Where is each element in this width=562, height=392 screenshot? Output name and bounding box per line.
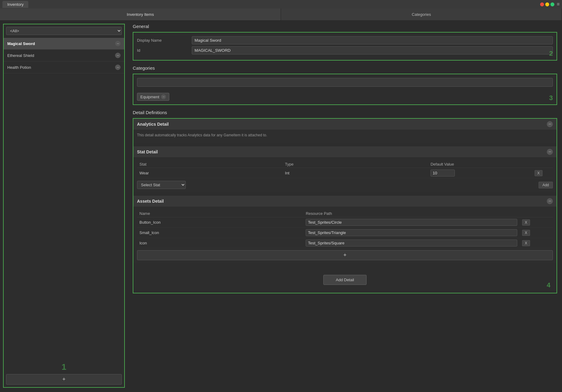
category-search-input[interactable] xyxy=(137,78,553,87)
asset-row: Button_Icon X xyxy=(137,217,553,228)
stat-detail-section: Stat Detail − Stat Type Default Value xyxy=(133,146,557,192)
categories-section: 🔍 Equipment − 3 xyxy=(133,74,557,105)
categories-section-title: Categories xyxy=(133,65,557,71)
stat-row: Wear Int X xyxy=(137,168,553,178)
asset-name-cell: Icon xyxy=(137,238,303,248)
stat-default-input[interactable] xyxy=(430,170,455,177)
add-stat-button[interactable]: Add xyxy=(539,182,553,188)
asset-path-cell xyxy=(303,238,519,248)
asset-path-input[interactable] xyxy=(306,240,517,247)
stat-detail-body: Stat Type Default Value Wear Int xyxy=(133,158,557,192)
id-row: Id xyxy=(137,46,553,54)
add-item-button[interactable]: + xyxy=(6,374,122,385)
stat-name-cell: Wear xyxy=(137,168,283,178)
display-name-label: Display Name xyxy=(137,38,192,43)
asset-remove-button[interactable]: X xyxy=(522,240,530,246)
stat-type-cell: Int xyxy=(283,168,428,178)
analytics-detail-body: This detail automatically tracks Analyti… xyxy=(133,130,557,143)
stat-remove-button[interactable]: X xyxy=(535,170,543,176)
detail-definitions-section: Analytics Detail − This detail automatic… xyxy=(133,118,557,293)
window-menu-icon[interactable]: ≡ xyxy=(557,2,560,7)
minimize-button[interactable] xyxy=(545,2,549,6)
action-col-header xyxy=(532,161,553,168)
display-name-input[interactable] xyxy=(192,36,553,44)
stat-collapse-button[interactable]: − xyxy=(547,149,553,155)
add-detail-container: Add Detail 4 xyxy=(133,267,557,293)
analytics-collapse-button[interactable]: − xyxy=(547,121,553,127)
display-name-row: Display Name xyxy=(137,36,553,44)
add-asset-row-button[interactable]: + xyxy=(137,250,553,260)
detail-definitions-title: Detail Definitions xyxy=(133,110,557,115)
list-item[interactable]: Health Potion − xyxy=(4,61,124,73)
asset-remove-button[interactable]: X xyxy=(522,230,530,236)
window-title[interactable]: Inventory xyxy=(2,1,28,8)
default-col-header: Default Value xyxy=(428,161,532,168)
assets-path-header: Resource Path xyxy=(303,210,519,217)
id-input[interactable] xyxy=(192,46,553,54)
remove-item-button[interactable]: − xyxy=(115,65,121,70)
panel-number: 1 xyxy=(61,362,66,372)
assets-collapse-button[interactable]: − xyxy=(547,198,553,204)
analytics-detail-title: Analytics Detail xyxy=(137,122,169,127)
asset-name-cell: Small_Icon xyxy=(137,228,303,238)
tags-container: Equipment − xyxy=(137,93,553,101)
analytics-detail-header: Analytics Detail − xyxy=(133,119,557,130)
assets-action-header xyxy=(520,210,553,217)
asset-path-cell xyxy=(303,217,519,228)
tag-item: Equipment − xyxy=(137,93,169,101)
tab-inventory-items[interactable]: Inventory Items xyxy=(0,9,281,20)
general-section: Display Name Id 2 xyxy=(133,32,557,61)
asset-remove-button[interactable]: X xyxy=(522,219,530,226)
stat-table: Stat Type Default Value Wear Int xyxy=(137,161,553,178)
main-layout: <All> Magical Sword − Ethereal Shield − … xyxy=(0,21,562,391)
title-bar: Inventory ≡ xyxy=(0,0,562,9)
general-box-number: 2 xyxy=(549,50,553,58)
asset-path-cell xyxy=(303,228,519,238)
assets-name-header: Name xyxy=(137,210,303,217)
maximize-button[interactable] xyxy=(550,2,554,6)
filter-select[interactable]: <All> xyxy=(6,27,122,35)
filter-row: <All> xyxy=(4,24,124,38)
analytics-detail-section: Analytics Detail − This detail automatic… xyxy=(133,119,557,143)
stat-detail-header: Stat Detail − xyxy=(133,146,557,158)
search-wrapper: 🔍 xyxy=(137,78,553,90)
select-stat-dropdown[interactable]: Select Stat xyxy=(137,181,186,189)
asset-row: Small_Icon X xyxy=(137,228,553,238)
stat-col-header: Stat xyxy=(137,161,283,168)
list-item[interactable]: Ethereal Shield − xyxy=(4,50,124,61)
assets-table: Name Resource Path Button_Icon xyxy=(137,210,553,248)
tag-remove-button[interactable]: − xyxy=(161,94,166,99)
stat-detail-title: Stat Detail xyxy=(137,149,158,154)
tab-bar: Inventory Items Categories xyxy=(0,9,562,21)
list-item[interactable]: Magical Sword − xyxy=(4,38,124,50)
right-panel: General Display Name Id 2 Categories 🔍 E… xyxy=(128,21,562,391)
left-panel: <All> Magical Sword − Ethereal Shield − … xyxy=(3,24,125,388)
categories-box-number: 3 xyxy=(549,94,553,102)
assets-detail-section: Assets Detail − Name Resource Path xyxy=(133,196,557,263)
assets-detail-body: Name Resource Path Button_Icon xyxy=(133,207,557,263)
stat-action-cell: X xyxy=(532,168,553,178)
type-col-header: Type xyxy=(283,161,428,168)
remove-item-button[interactable]: − xyxy=(115,53,121,58)
asset-path-input[interactable] xyxy=(306,219,517,226)
close-button[interactable] xyxy=(540,2,544,6)
remove-item-button[interactable]: − xyxy=(115,41,121,46)
general-section-title: General xyxy=(133,24,557,29)
detail-box-number: 4 xyxy=(547,281,550,289)
assets-detail-title: Assets Detail xyxy=(137,199,164,204)
stat-default-cell xyxy=(428,168,532,178)
asset-row: Icon X xyxy=(137,238,553,248)
id-label: Id xyxy=(137,48,192,53)
stat-footer: Select Stat Add xyxy=(137,181,553,189)
asset-name-cell: Button_Icon xyxy=(137,217,303,228)
tab-categories[interactable]: Categories xyxy=(281,9,562,20)
item-list: Magical Sword − Ethereal Shield − Health… xyxy=(4,38,124,372)
assets-detail-header: Assets Detail − xyxy=(133,196,557,207)
asset-path-input[interactable] xyxy=(306,229,517,236)
analytics-description: This detail automatically tracks Analyti… xyxy=(137,133,553,137)
add-detail-button[interactable]: Add Detail xyxy=(323,275,367,285)
